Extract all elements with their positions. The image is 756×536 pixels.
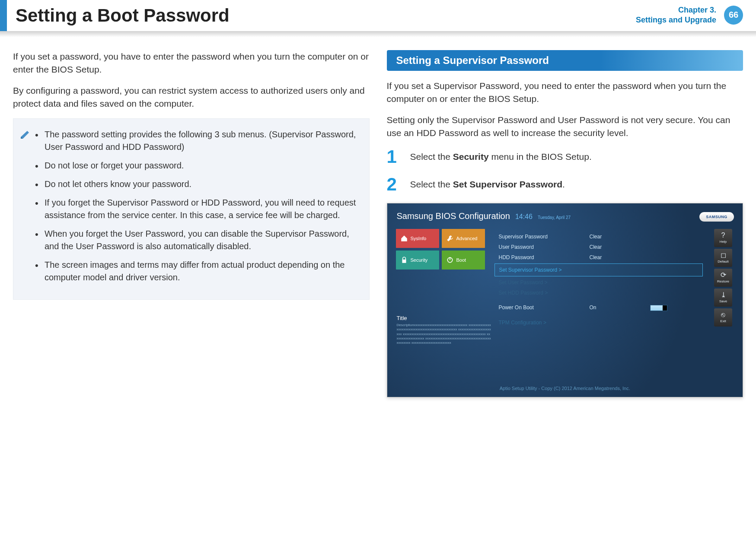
nav-label: Advanced <box>456 236 478 241</box>
row-key: User Password <box>499 244 590 250</box>
nav-label: Boot <box>456 257 466 263</box>
restore-icon: ⟳ <box>721 272 726 279</box>
bios-nav-sysinfo[interactable]: SysInfo <box>396 229 439 248</box>
nav-label: Security <box>411 257 428 263</box>
bios-restore-button[interactable]: ⟳Restore <box>714 269 732 287</box>
content-area: If you set a password, you have to enter… <box>0 37 756 397</box>
row-value: Clear <box>590 244 641 250</box>
section-paragraph-2: Setting only the Supervisor Password and… <box>387 114 743 140</box>
header-shadow <box>0 31 756 37</box>
row-link: Set Supervisor Password > <box>499 267 562 273</box>
step-text-post: . <box>562 179 565 189</box>
step-text: Select the Set Supervisor Password. <box>410 175 565 191</box>
row-key: Supervisor Password <box>499 234 590 240</box>
nav-label: SysInfo <box>411 236 427 241</box>
bios-footer-text: Aptio Setup Utility - Copy (C) 2012 Amer… <box>387 386 743 391</box>
bios-nav-advanced[interactable]: Advanced <box>442 229 485 248</box>
chapter-line1: Chapter 3. <box>636 5 716 15</box>
default-icon: ◻ <box>721 252 726 259</box>
bios-info-panel: Title Descriptionxxxxxxxxxxxxxxxxxxxxxxx… <box>397 315 492 346</box>
bios-save-button[interactable]: ⤓Save <box>714 289 732 307</box>
toggle-switch[interactable] <box>650 305 667 311</box>
note-box: The password setting provides the follow… <box>13 118 370 300</box>
row-link: TPM Configuration > <box>499 320 546 326</box>
row-value: On <box>590 304 641 311</box>
chapter-line2: Settings and Upgrade <box>636 15 716 25</box>
step-text: Select the Security menu in the BIOS Set… <box>410 148 592 163</box>
note-item: The screen images and terms may differ f… <box>35 259 358 284</box>
row-key: Power On Boot <box>499 304 590 311</box>
bios-action-sidebar: ?Help ◻Default ⟳Restore ⤓Save ⎋Exit <box>712 229 734 355</box>
left-column: If you set a password, you have to enter… <box>13 50 370 397</box>
bios-row-user-password: User Password Clear <box>494 242 703 252</box>
intro-paragraph-2: By configuring a password, you can restr… <box>13 84 370 111</box>
step-1: 1 Select the Security menu in the BIOS S… <box>387 148 743 166</box>
step-text-pre: Select the <box>410 179 453 189</box>
help-icon: ? <box>721 232 725 239</box>
page-title: Setting a Boot Password <box>16 5 230 26</box>
side-label: Help <box>720 240 727 244</box>
right-column: Setting a Supervisor Password If you set… <box>387 50 743 397</box>
row-value: Clear <box>590 234 641 240</box>
step-number: 2 <box>387 175 402 193</box>
bios-nav-boot[interactable]: Boot <box>442 251 485 270</box>
step-text-post: menu in the BIOS Setup. <box>489 152 592 162</box>
bios-row-tpm-configuration[interactable]: TPM Configuration > <box>494 317 703 328</box>
row-value: Clear <box>590 254 641 260</box>
side-label: Default <box>718 260 728 263</box>
note-icon <box>19 128 32 140</box>
row-link: Set HDD Password > <box>499 290 548 296</box>
note-item: Do not lose or forget your password. <box>35 159 358 172</box>
bios-header: Samsung BIOS Configuration 14:46 Tuesday… <box>387 203 743 225</box>
bios-nav-security[interactable]: Security <box>396 251 439 270</box>
bios-row-set-supervisor-password[interactable]: Set Supervisor Password > <box>494 263 703 276</box>
intro-paragraph-1: If you set a password, you have to enter… <box>13 50 370 76</box>
bios-screenshot: Samsung BIOS Configuration 14:46 Tuesday… <box>387 203 743 397</box>
svg-rect-0 <box>402 260 406 263</box>
note-list: The password setting provides the follow… <box>35 128 358 284</box>
bios-default-button[interactable]: ◻Default <box>714 249 732 267</box>
bios-row-hdd-password: HDD Password Clear <box>494 252 703 263</box>
bios-row-set-user-password[interactable]: Set User Password > <box>494 277 703 288</box>
bios-clock-date: Tuesday, April 27 <box>538 215 571 220</box>
bios-info-title: Title <box>397 315 492 321</box>
note-item: When you forget the User Password, you c… <box>35 228 358 253</box>
step-2: 2 Select the Set Supervisor Password. <box>387 175 743 193</box>
row-key: HDD Password <box>499 254 590 260</box>
lock-icon <box>400 256 408 264</box>
power-icon <box>446 256 454 264</box>
step-text-bold: Security <box>453 152 489 162</box>
header-right: Chapter 3. Settings and Upgrade 66 <box>636 5 743 25</box>
page-header: Setting a Boot Password Chapter 3. Setti… <box>0 0 756 31</box>
bios-security-panel: Supervisor Password Clear User Password … <box>490 229 708 355</box>
bios-help-button[interactable]: ?Help <box>714 229 732 247</box>
bios-row-set-hdd-password[interactable]: Set HDD Password > <box>494 288 703 298</box>
page-number-badge: 66 <box>724 6 743 25</box>
step-text-bold: Set Supervisor Password <box>453 179 562 189</box>
wrench-icon <box>446 235 454 242</box>
section-heading: Setting a Supervisor Password <box>387 50 743 71</box>
samsung-logo: SAMSUNG <box>699 212 734 222</box>
bios-info-description: Descriptionxxxxxxxxxxxxxxxxxxxxxxxxxxxxx… <box>397 323 492 346</box>
bios-row-power-on-boot[interactable]: Power On Boot On <box>494 302 703 313</box>
step-number: 1 <box>387 148 402 166</box>
step-text-pre: Select the <box>410 152 453 162</box>
note-item: If you forget the Supervisor Password or… <box>35 197 358 222</box>
chapter-label: Chapter 3. Settings and Upgrade <box>636 5 716 25</box>
home-icon <box>400 235 408 242</box>
save-icon: ⤓ <box>721 292 726 298</box>
section-paragraph-1: If you set a Supervisor Password, you ne… <box>387 79 743 106</box>
side-label: Save <box>719 299 727 303</box>
bios-exit-button[interactable]: ⎋Exit <box>714 308 732 327</box>
bios-clock-time: 14:46 <box>515 213 533 221</box>
exit-icon: ⎋ <box>721 311 725 318</box>
bios-row-supervisor-password: Supervisor Password Clear <box>494 232 703 242</box>
note-item: Do not let others know your password. <box>35 178 358 190</box>
row-link: Set User Password > <box>499 279 548 285</box>
bios-title: Samsung BIOS Configuration <box>397 211 510 221</box>
side-label: Restore <box>717 279 729 283</box>
note-item: The password setting provides the follow… <box>35 128 358 153</box>
side-label: Exit <box>720 319 726 323</box>
